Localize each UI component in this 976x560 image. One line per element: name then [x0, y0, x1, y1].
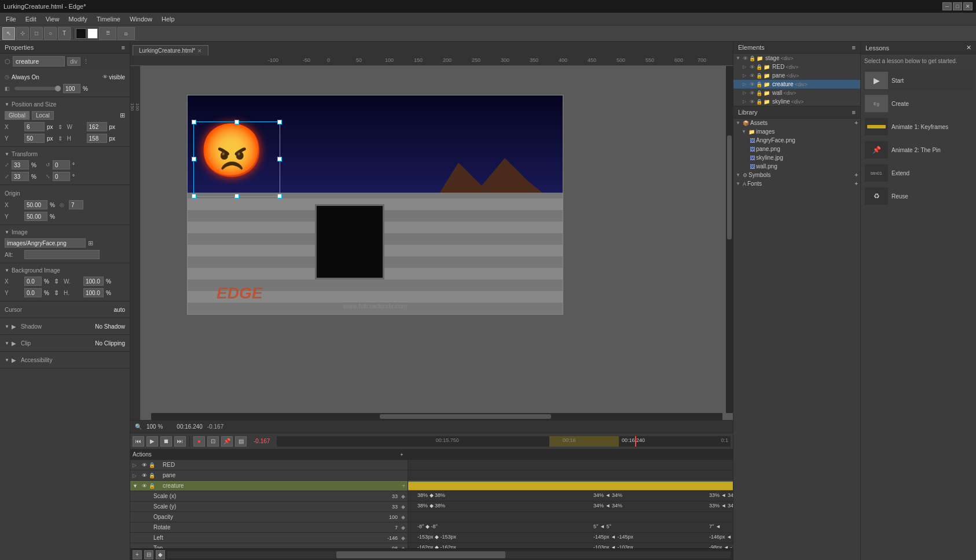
file-wall[interactable]: 🖼 wall.png	[733, 162, 860, 171]
wall-lock[interactable]: 🔒	[756, 90, 762, 96]
close-button[interactable]: ✕	[963, 2, 973, 10]
tl-scale-x-add[interactable]: ◆	[401, 493, 405, 499]
tree-item-creature[interactable]: ▷ 👁 🔒 📁 creature <div>	[733, 80, 860, 89]
tree-item-skyline[interactable]: ▷ 👁 🔒 📁 skyline <div>	[733, 97, 860, 106]
lesson-start[interactable]: ▶ Start	[863, 70, 974, 91]
grid-icon[interactable]: ⊞	[120, 112, 125, 119]
tl-creature-row[interactable]: ▼ 👁 🔒 creature +	[130, 481, 408, 491]
tl-creature-add[interactable]: +	[402, 483, 405, 489]
menu-window[interactable]: Window	[126, 14, 156, 24]
more-tool-2[interactable]: ⎄	[118, 27, 135, 40]
pane-lock[interactable]: 🔒	[756, 73, 762, 79]
lesson-reuse[interactable]: ♻ Reuse	[863, 186, 974, 207]
red-lock[interactable]: 🔒	[756, 64, 762, 70]
bg-h-input[interactable]	[83, 288, 104, 297]
more-tool-1[interactable]: ⠿	[99, 27, 116, 40]
red-eye[interactable]: 👁	[750, 64, 755, 70]
rect-tool[interactable]: □	[30, 27, 43, 40]
library-menu-icon[interactable]: ≡	[852, 109, 856, 116]
tl-bottom-scroll[interactable]	[167, 551, 731, 558]
symbols-item[interactable]: ▼ ⚙ Symbols +	[733, 171, 860, 179]
accessibility-title-arrow[interactable]: ▶	[5, 357, 16, 363]
position-size-title[interactable]: Position and Size	[0, 100, 130, 109]
w-input[interactable]	[87, 122, 107, 131]
stage-eye[interactable]: 👁	[743, 56, 748, 61]
pane-expand[interactable]: ▷	[743, 73, 748, 78]
tl-next-frame[interactable]: ⏭	[174, 436, 186, 447]
tl-opacity-add[interactable]: ◆	[401, 514, 405, 520]
creature-lock[interactable]: 🔒	[756, 82, 762, 87]
tl-red-vis[interactable]: 👁	[142, 462, 148, 468]
tree-item-stage[interactable]: ▼ 👁 🔒 📁 stage <div>	[733, 54, 860, 62]
assets-expand[interactable]: ▼	[736, 120, 742, 126]
tl-add-icon[interactable]: +	[398, 451, 405, 458]
elements-menu-icon[interactable]: ≡	[852, 44, 856, 51]
menu-view[interactable]: View	[42, 14, 63, 24]
tl-creature-expand[interactable]: ▼	[133, 483, 141, 489]
tl-fold[interactable]: ⊟	[144, 550, 153, 559]
lesson-extend[interactable]: btn01 Extend	[863, 163, 974, 183]
element-options-icon[interactable]: ⋮	[83, 58, 89, 65]
tl-creature-vis[interactable]: 👁	[142, 483, 148, 489]
minimize-button[interactable]: ─	[942, 2, 952, 10]
menu-timeline[interactable]: Timeline	[93, 14, 124, 24]
tl-red-row[interactable]: ▷ 👁 🔒 RED	[130, 460, 408, 470]
tl-scroll-area[interactable]: 38% ◆ 38% 34% ◄ 34% 33% ◄ 34% 38% ◆ 38% …	[408, 450, 733, 548]
menu-modify[interactable]: Modify	[65, 14, 90, 24]
stage-expand[interactable]: ▼	[736, 56, 742, 61]
visible-label[interactable]: visible	[109, 74, 125, 80]
wall-eye[interactable]: 👁	[750, 90, 755, 96]
images-folder[interactable]: ▼ 📁 images	[733, 127, 860, 136]
canvas-viewport[interactable]: 😡 EDGE	[141, 66, 733, 420]
bg-y-input[interactable]	[24, 288, 42, 297]
pane-eye[interactable]: 👁	[750, 73, 755, 79]
lesson-animate1[interactable]: Animate 1: Keyframes	[863, 116, 974, 137]
menu-edit[interactable]: Edit	[22, 14, 40, 24]
origin-x-input[interactable]	[24, 200, 47, 209]
tl-record[interactable]: ●	[193, 436, 205, 447]
black-fill-btn[interactable]	[76, 28, 86, 39]
opacity-slider[interactable]	[14, 87, 61, 90]
menu-help[interactable]: Help	[158, 14, 178, 24]
tl-pane-row[interactable]: ▷ 👁 🔒 pane	[130, 470, 408, 481]
assets-add-icon[interactable]: +	[854, 120, 858, 126]
creature-expand[interactable]: ▷	[743, 82, 748, 87]
image-title[interactable]: Image	[0, 227, 130, 237]
y-input[interactable]	[24, 134, 45, 143]
file-angryface[interactable]: 🖼 AngryFace.png	[733, 136, 860, 145]
assets-item[interactable]: ▼ 📦 Assets +	[733, 119, 860, 127]
skyline-expand[interactable]: ▷	[743, 99, 748, 104]
transform-title[interactable]: Transform	[0, 149, 130, 159]
skyline-lock[interactable]: 🔒	[756, 99, 762, 105]
element-name-input[interactable]	[13, 56, 65, 67]
image-path-input[interactable]	[5, 238, 86, 248]
fonts-expand[interactable]: ▼	[736, 181, 742, 186]
bg-w-input[interactable]	[83, 277, 104, 286]
tl-stop[interactable]: ⏹	[160, 436, 172, 447]
fonts-item[interactable]: ▼ A Fonts +	[733, 179, 860, 188]
tree-item-pane[interactable]: ▷ 👁 🔒 📁 pane <div>	[733, 71, 860, 80]
tl-bottom-thumb[interactable]	[336, 551, 505, 558]
h-input[interactable]	[87, 134, 107, 143]
stage-lock[interactable]: 🔒	[749, 56, 755, 61]
skew-input[interactable]	[53, 172, 70, 181]
text-tool[interactable]: T	[58, 27, 71, 40]
v-scroll-thumb[interactable]	[727, 135, 732, 240]
select-tool[interactable]: ↖	[2, 27, 15, 40]
tl-rotate-add[interactable]: ◆	[401, 525, 405, 530]
tl-left-add[interactable]: ◆	[401, 535, 405, 541]
symbols-expand[interactable]: ▼	[736, 172, 742, 178]
white-fill-btn[interactable]	[87, 28, 98, 39]
tl-scrubber[interactable]: 00:15.750 00:16 00:16.240 0:1	[277, 436, 731, 447]
x-input[interactable]	[24, 122, 45, 131]
menu-file[interactable]: File	[2, 14, 20, 24]
origin-dial-input[interactable]	[69, 200, 83, 209]
bg-x-input[interactable]	[24, 277, 42, 286]
always-on-label[interactable]: Always On	[12, 74, 39, 80]
tl-creature-lock[interactable]: 🔒	[149, 483, 155, 489]
images-expand[interactable]: ▼	[742, 129, 747, 134]
scale-x-input[interactable]	[12, 160, 29, 170]
skyline-eye[interactable]: 👁	[750, 99, 755, 105]
stage-tab-main[interactable]: LurkingCreature.html* ✕	[133, 45, 208, 56]
tree-item-wall[interactable]: ▷ 👁 🔒 📁 wall <div>	[733, 89, 860, 97]
